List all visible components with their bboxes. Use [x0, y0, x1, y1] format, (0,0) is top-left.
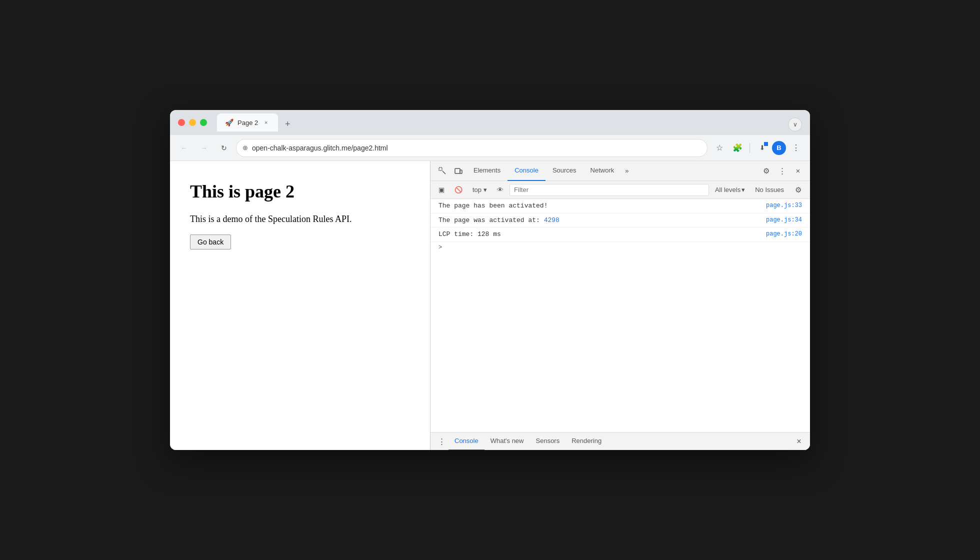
svg-rect-0 — [439, 168, 442, 170]
go-back-button[interactable]: Go back — [190, 234, 231, 250]
console-output: The page has been activated! page.js:33 … — [430, 199, 810, 432]
console-levels-button[interactable]: All levels ▾ — [711, 185, 749, 194]
console-line-1-link[interactable]: page.js:33 — [766, 201, 802, 210]
forward-button[interactable]: → — [196, 140, 212, 156]
devtools-close-button[interactable]: × — [790, 163, 806, 179]
tab-elements[interactable]: Elements — [466, 161, 508, 181]
bottom-tab-rendering[interactable]: Rendering — [566, 432, 608, 450]
traffic-lights — [178, 119, 207, 126]
inspect-element-button[interactable] — [434, 163, 450, 179]
browser-tab[interactable]: 🚀 Page 2 × — [217, 114, 278, 132]
console-sidebar-button[interactable]: ▣ — [434, 184, 448, 196]
device-toggle-button[interactable] — [450, 163, 466, 179]
tab-sources[interactable]: Sources — [546, 161, 584, 181]
menu-button[interactable]: ⋮ — [788, 140, 804, 156]
bottom-close-button[interactable]: × — [792, 434, 806, 448]
devtools-settings-button[interactable]: ⚙ — [758, 163, 774, 179]
console-line-2: The page was activated at: 4298 page.js:… — [430, 214, 810, 228]
tabs-bar: 🚀 Page 2 × + ∨ — [217, 114, 802, 132]
console-line-2-number: 4298 — [544, 216, 560, 224]
address-bar-container[interactable]: ⊕ — [236, 139, 708, 157]
content-area: This is page 2 This is a demo of the Spe… — [170, 161, 810, 450]
minimize-window-button[interactable] — [189, 119, 196, 126]
tab-close-button[interactable]: × — [262, 118, 270, 126]
download-badge — [764, 142, 768, 146]
console-filter-input[interactable] — [510, 184, 709, 196]
tab-favicon-icon: 🚀 — [225, 118, 234, 126]
console-eye-button[interactable]: 👁 — [493, 184, 508, 196]
title-bar: 🚀 Page 2 × + ∨ — [170, 110, 810, 135]
devtools-panel: Elements Console Sources Network » ⚙ ⋮ ×… — [430, 161, 810, 450]
close-window-button[interactable] — [178, 119, 185, 126]
bottom-tab-whats-new[interactable]: What's new — [484, 432, 530, 450]
address-security-icon: ⊕ — [242, 144, 248, 152]
console-context-button[interactable]: top ▾ — [468, 184, 491, 196]
download-button[interactable]: ⬇ — [754, 140, 770, 156]
maximize-window-button[interactable] — [200, 119, 207, 126]
browser-window: 🚀 Page 2 × + ∨ ← → ↻ ⊕ ☆ 🧩 ⬇ B ⋮ — [170, 110, 810, 450]
page-description: This is a demo of the Speculation Rules … — [190, 214, 410, 224]
devtools-bottom-bar: ⋮ Console What's new Sensors Rendering × — [430, 432, 810, 450]
console-line-2-text: The page was activated at: 4298 — [438, 216, 560, 226]
extensions-button[interactable]: 🧩 — [730, 140, 746, 156]
levels-label: All levels — [715, 186, 740, 194]
reload-button[interactable]: ↻ — [216, 140, 232, 156]
back-button[interactable]: ← — [176, 140, 192, 156]
profile-button[interactable]: B — [772, 141, 786, 155]
tab-title: Page 2 — [238, 119, 258, 126]
console-line-1: The page has been activated! page.js:33 — [430, 199, 810, 214]
tab-dropdown-button[interactable]: ∨ — [788, 118, 802, 132]
bottom-more-button[interactable]: ⋮ — [434, 434, 448, 448]
nav-actions: ☆ 🧩 ⬇ B ⋮ — [712, 140, 804, 156]
console-line-2-text-before: The page was activated at: — [438, 216, 544, 224]
console-toolbar: ▣ 🚫 top ▾ 👁 All levels ▾ No Issues ⚙ — [430, 181, 810, 199]
svg-rect-2 — [460, 170, 462, 174]
tab-network[interactable]: Network — [584, 161, 622, 181]
bottom-tab-console[interactable]: Console — [448, 432, 484, 450]
bookmark-button[interactable]: ☆ — [712, 140, 728, 156]
nav-divider — [750, 143, 750, 153]
new-tab-button[interactable]: + — [280, 116, 295, 132]
context-arrow-icon: ▾ — [484, 186, 487, 194]
bottom-tab-sensors[interactable]: Sensors — [530, 432, 566, 450]
navigation-bar: ← → ↻ ⊕ ☆ 🧩 ⬇ B ⋮ — [170, 135, 810, 161]
console-line-2-link[interactable]: page.js:34 — [766, 216, 802, 224]
console-no-issues-label: No Issues — [751, 186, 788, 194]
levels-arrow-icon: ▾ — [742, 186, 745, 194]
context-label: top — [472, 186, 482, 194]
console-clear-button[interactable]: 🚫 — [450, 184, 466, 196]
tab-more-button[interactable]: » — [621, 161, 632, 181]
svg-rect-1 — [455, 168, 460, 174]
console-line-1-text: The page has been activated! — [438, 201, 548, 211]
page-heading: This is page 2 — [190, 181, 410, 202]
console-settings-button[interactable]: ⚙ — [790, 182, 806, 198]
address-bar-input[interactable] — [252, 144, 701, 152]
webpage-content: This is page 2 This is a demo of the Spe… — [170, 161, 430, 450]
console-line-3-text: LCP time: 128 ms — [438, 230, 501, 240]
devtools-tab-bar: Elements Console Sources Network » ⚙ ⋮ × — [430, 161, 810, 181]
tab-console[interactable]: Console — [508, 161, 546, 181]
console-line-3-link[interactable]: page.js:20 — [766, 230, 802, 238]
console-line-3: LCP time: 128 ms page.js:20 — [430, 228, 810, 242]
devtools-more-options-button[interactable]: ⋮ — [774, 163, 790, 179]
console-prompt-arrow[interactable]: > — [430, 242, 810, 253]
